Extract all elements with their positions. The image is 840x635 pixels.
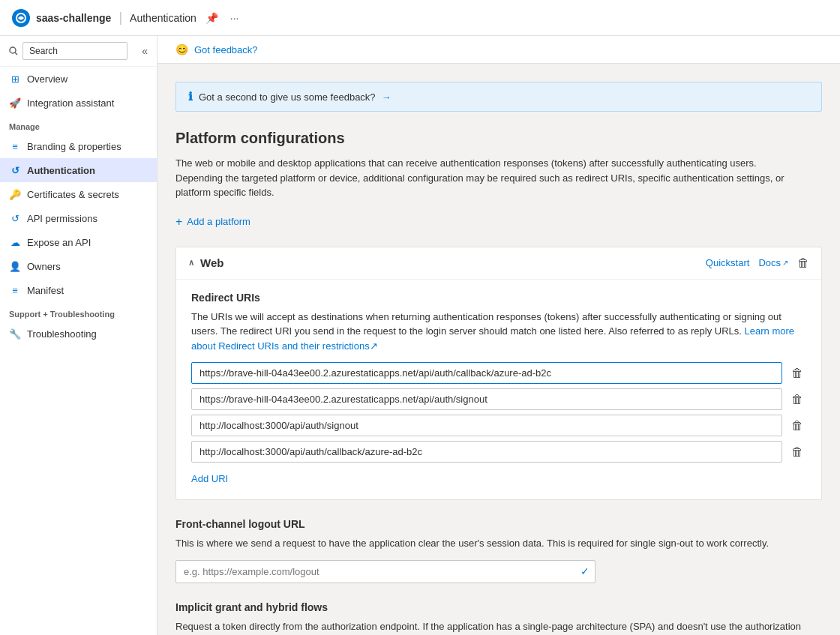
implicit-grant-title: Implicit grant and hybrid flows: [176, 601, 822, 613]
uri-input-0[interactable]: [191, 362, 782, 384]
owners-icon: 👤: [9, 260, 21, 272]
sub-header: 😊 Got feedback?: [158, 36, 840, 64]
content-body: ℹ Got a second to give us some feedback?…: [158, 64, 840, 635]
sidebar-item-label-owners: Owners: [27, 261, 61, 272]
sidebar-item-owners[interactable]: 👤 Owners: [0, 254, 157, 278]
implicit-grant-section: Implicit grant and hybrid flows Request …: [176, 601, 822, 636]
sidebar-item-branding[interactable]: ≡ Branding & properties: [0, 134, 157, 158]
uri-row-3: 🗑: [191, 441, 806, 463]
sidebar-item-label-overview: Overview: [27, 73, 68, 85]
sidebar-search-bar: «: [0, 36, 157, 67]
web-card: ∧ Web Quickstart Docs ↗ 🗑 Redirect URIs: [176, 247, 822, 501]
add-platform-plus-icon: +: [176, 215, 182, 229]
app-title: saas-challenge: [36, 12, 111, 24]
feedback-text[interactable]: Got feedback?: [194, 44, 258, 55]
uri-row-2: 🗑: [191, 415, 806, 436]
sidebar-item-label-expose: Expose an API: [27, 237, 91, 248]
delete-uri-button-3[interactable]: 🗑: [788, 442, 806, 462]
search-icon: [9, 46, 18, 55]
web-card-delete-button[interactable]: 🗑: [797, 256, 809, 270]
sidebar-item-expose-api[interactable]: ☁ Expose an API: [0, 230, 157, 254]
svg-line-2: [15, 52, 17, 55]
web-card-actions: Quickstart Docs ↗ 🗑: [706, 256, 809, 270]
sidebar-item-overview[interactable]: ⊞ Overview: [0, 67, 157, 91]
web-card-title: Web: [200, 256, 224, 269]
redirect-link-external-icon: ↗: [370, 340, 378, 352]
manifest-icon: ≡: [9, 284, 21, 296]
redirect-uris-description: The URIs we will accept as destinations …: [191, 310, 806, 354]
certs-icon: 🔑: [9, 188, 21, 200]
troubleshoot-icon: 🔧: [9, 328, 21, 340]
sidebar-item-label-manifest: Manifest: [27, 285, 64, 296]
feedback-banner-text: Got a second to give us some feedback?: [199, 91, 376, 103]
sidebar-item-certificates[interactable]: 🔑 Certificates & secrets: [0, 182, 157, 206]
front-channel-input[interactable]: [176, 560, 596, 583]
uri-input-1[interactable]: [191, 388, 782, 410]
sidebar-item-integration[interactable]: 🚀 Integration assistant: [0, 91, 157, 115]
uri-input-2[interactable]: [191, 415, 782, 436]
web-collapse-icon[interactable]: ∧: [188, 258, 194, 268]
docs-label: Docs: [758, 257, 781, 268]
overview-icon: ⊞: [9, 73, 21, 85]
expose-icon: ☁: [9, 236, 21, 248]
search-input[interactable]: [22, 42, 128, 60]
front-channel-section: Front-channel logout URL This is where w…: [176, 518, 822, 583]
uri-row-1: 🗑: [191, 388, 806, 410]
pin-icon[interactable]: 📌: [202, 10, 221, 25]
integration-icon: 🚀: [9, 97, 21, 109]
content-area: 😊 Got feedback? ℹ Got a second to give u…: [158, 36, 840, 635]
delete-uri-button-2[interactable]: 🗑: [788, 416, 806, 436]
uri-row-0: 🗑: [191, 362, 806, 384]
add-uri-button[interactable]: Add URI: [191, 470, 228, 487]
info-icon: ℹ: [188, 90, 193, 103]
page-description: The web or mobile and desktop applicatio…: [176, 156, 790, 200]
sidebar-item-api-permissions[interactable]: ↺ API permissions: [0, 206, 157, 230]
sidebar-item-label-branding: Branding & properties: [27, 141, 122, 152]
delete-uri-button-0[interactable]: 🗑: [788, 364, 806, 383]
svg-point-1: [10, 47, 16, 53]
quickstart-link[interactable]: Quickstart: [706, 257, 750, 268]
sidebar-item-label-certificates: Certificates & secrets: [27, 189, 119, 200]
delete-uri-button-1[interactable]: 🗑: [788, 390, 806, 409]
title-separator: |: [118, 10, 122, 25]
feedback-banner: ℹ Got a second to give us some feedback?…: [176, 82, 822, 112]
more-icon[interactable]: ···: [227, 10, 242, 25]
web-card-header: ∧ Web Quickstart Docs ↗ 🗑: [176, 247, 821, 280]
front-channel-description: This is where we send a request to have …: [176, 536, 822, 551]
app-logo: [12, 9, 30, 27]
front-channel-title: Front-channel logout URL: [176, 518, 822, 530]
feedback-banner-arrow[interactable]: →: [382, 91, 392, 103]
add-platform-label: Add a platform: [187, 216, 250, 227]
support-section-header: Support + Troubleshooting: [0, 302, 157, 322]
docs-link[interactable]: Docs ↗: [758, 257, 788, 268]
sidebar-item-troubleshooting[interactable]: 🔧 Troubleshooting: [0, 322, 157, 346]
web-card-title-area: ∧ Web: [188, 256, 224, 269]
page-heading: Platform configurations: [176, 130, 822, 147]
sidebar-item-authentication[interactable]: ↺ Authentication: [0, 158, 157, 182]
sidebar: « ⊞ Overview 🚀 Integration assistant Man…: [0, 36, 158, 635]
uri-input-3[interactable]: [191, 441, 782, 463]
manage-section-header: Manage: [0, 115, 157, 134]
sidebar-item-label-integration: Integration assistant: [27, 97, 114, 109]
sidebar-item-label-authentication: Authentication: [27, 165, 95, 176]
main-layout: « ⊞ Overview 🚀 Integration assistant Man…: [0, 36, 840, 635]
sidebar-collapse-icon[interactable]: «: [142, 45, 148, 57]
redirect-uris-title: Redirect URIs: [191, 292, 806, 304]
add-platform-button[interactable]: + Add a platform: [176, 212, 250, 232]
front-channel-input-wrapper: ✓: [176, 560, 596, 583]
implicit-grant-description: Request a token directly from the author…: [176, 619, 822, 636]
branding-icon: ≡: [9, 140, 21, 152]
sidebar-item-label-api: API permissions: [27, 213, 98, 224]
auth-icon: ↺: [9, 164, 21, 176]
top-header: saas-challenge | Authentication 📌 ···: [0, 0, 840, 36]
sidebar-item-manifest[interactable]: ≡ Manifest: [0, 278, 157, 302]
web-card-body: Redirect URIs The URIs we will accept as…: [176, 280, 821, 500]
sidebar-item-label-troubleshooting: Troubleshooting: [27, 328, 97, 340]
header-page-title: Authentication: [130, 12, 196, 24]
feedback-face-icon: 😊: [176, 43, 188, 55]
api-icon: ↺: [9, 212, 21, 224]
docs-external-icon: ↗: [782, 259, 788, 267]
front-channel-checkmark: ✓: [580, 565, 590, 577]
